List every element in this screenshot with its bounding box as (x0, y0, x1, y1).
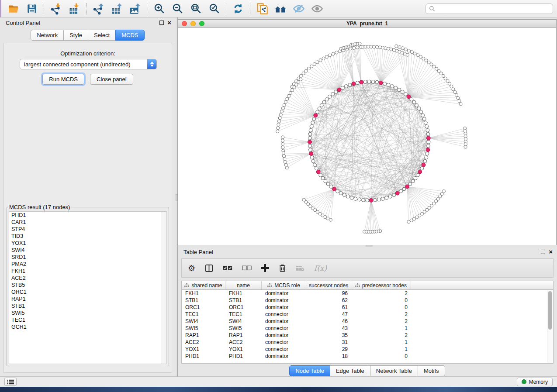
mcds-node-item[interactable]: ORC1 (9, 289, 166, 296)
cell-predecessor-nodes[interactable]: 0 (351, 353, 411, 360)
cell-predecessor-nodes[interactable]: 1 (351, 339, 411, 346)
close-panel-icon[interactable]: × (167, 21, 171, 25)
table-row[interactable]: YOX1YOX1connector291 (182, 346, 553, 353)
mcds-list-scrollbar[interactable] (161, 212, 166, 364)
cell-name[interactable]: STB1 (225, 297, 262, 304)
table-row[interactable]: SWI4SWI4dominator462 (182, 318, 553, 325)
network-titlebar[interactable]: YPA_prune.txt_1 (178, 20, 556, 28)
export-table-icon[interactable] (107, 2, 126, 16)
scrollbar-thumb[interactable] (548, 291, 552, 330)
cell-predecessor-nodes[interactable]: 2 (351, 332, 411, 339)
cell-mcds-role[interactable]: dominator (262, 332, 306, 339)
mcds-node-item[interactable]: PMA2 (9, 261, 166, 268)
close-window-icon[interactable] (182, 21, 187, 26)
column-header-shared-name[interactable]: shared name (182, 281, 225, 289)
cell-predecessor-nodes[interactable]: 1 (351, 325, 411, 332)
cell-predecessor-nodes[interactable]: 2 (351, 311, 411, 318)
cell-shared-name[interactable]: YOX1 (182, 346, 225, 353)
cell-mcds-role[interactable]: connector (262, 346, 306, 353)
cell-name[interactable]: FKH1 (225, 290, 262, 297)
memory-button[interactable]: Memory (517, 378, 553, 386)
mcds-node-item[interactable]: ACE2 (9, 275, 166, 282)
refresh-icon[interactable] (229, 2, 247, 16)
column-header-name[interactable]: name (225, 281, 262, 289)
cell-successor-nodes[interactable]: 61 (306, 304, 351, 311)
cell-shared-name[interactable]: ORC1 (182, 304, 225, 311)
table-row[interactable]: RAP1RAP1dominator352 (182, 332, 553, 339)
mcds-node-item[interactable]: STB1 (9, 303, 166, 309)
cell-mcds-role[interactable]: dominator (262, 353, 306, 360)
mcds-node-item[interactable]: RAP1 (9, 296, 166, 303)
control-tab-style[interactable]: Style (63, 30, 88, 41)
control-tab-select[interactable]: Select (88, 30, 116, 41)
zoom-out-icon[interactable] (168, 2, 187, 16)
cell-mcds-role[interactable]: connector (262, 311, 306, 318)
mcds-node-item[interactable]: YOX1 (9, 240, 166, 247)
cell-name[interactable]: ACE2 (225, 339, 262, 346)
table-tab-motifs[interactable]: Motifs (418, 365, 445, 376)
show-all-icon[interactable] (308, 2, 326, 16)
table-row[interactable]: TEC1TEC1connector472 (182, 311, 553, 318)
select-all-columns-icon[interactable] (223, 265, 232, 271)
table-row[interactable]: PHD1PHD1dominator180 (182, 353, 553, 360)
cell-mcds-role[interactable]: connector (262, 325, 306, 332)
splitter-handle[interactable] (176, 194, 177, 201)
column-header-MCDS-role[interactable]: MCDS role (262, 281, 306, 289)
cell-name[interactable]: SWI4 (225, 318, 262, 325)
table-vertical-scrollbar[interactable] (547, 290, 553, 363)
zoom-in-icon[interactable] (150, 2, 168, 16)
open-file-icon[interactable] (4, 2, 23, 16)
cell-successor-nodes[interactable]: 43 (306, 325, 351, 332)
delete-column-trash-icon[interactable] (279, 264, 286, 272)
cell-successor-nodes[interactable]: 29 (306, 346, 351, 353)
duplicate-network-icon[interactable] (253, 2, 271, 16)
export-network-icon[interactable] (89, 2, 107, 16)
search-input[interactable] (426, 3, 553, 14)
import-network-icon[interactable] (47, 2, 65, 16)
cell-shared-name[interactable]: FKH1 (182, 290, 225, 297)
zoom-selected-icon[interactable] (205, 2, 223, 16)
table-options-gear-icon[interactable]: ⚙ (188, 264, 195, 272)
cell-successor-nodes[interactable]: 46 (306, 318, 351, 325)
cell-shared-name[interactable]: PHD1 (182, 353, 225, 360)
cell-successor-nodes[interactable]: 47 (306, 311, 351, 318)
cell-name[interactable]: YOX1 (225, 346, 262, 353)
cell-name[interactable]: ORC1 (225, 304, 262, 311)
first-neighbors-icon[interactable] (271, 2, 290, 16)
hide-selected-icon[interactable] (290, 2, 308, 16)
mcds-node-item[interactable]: STB5 (9, 282, 166, 289)
cell-shared-name[interactable]: TEC1 (182, 311, 225, 318)
minimize-window-icon[interactable] (190, 21, 196, 26)
cell-name[interactable]: TEC1 (225, 311, 262, 318)
cell-successor-nodes[interactable]: 62 (306, 297, 351, 304)
table-row[interactable]: ACE2ACE2connector311 (182, 339, 553, 346)
control-tab-network[interactable]: Network (31, 30, 64, 41)
unselect-all-columns-icon[interactable] (242, 265, 252, 271)
table-row[interactable]: SWI5SWI5connector431 (182, 325, 553, 332)
task-history-list-icon[interactable] (4, 378, 17, 386)
mcds-node-item[interactable]: CAR1 (9, 219, 166, 226)
mcds-node-item[interactable]: TID3 (9, 233, 166, 240)
mcds-node-item[interactable]: PHD1 (9, 212, 166, 219)
cell-name[interactable]: SWI5 (225, 325, 262, 332)
float-panel-icon[interactable] (159, 21, 164, 25)
cell-shared-name[interactable]: RAP1 (182, 332, 225, 339)
maximize-window-icon[interactable] (199, 21, 204, 26)
cell-predecessor-nodes[interactable]: 1 (351, 346, 411, 353)
mcds-node-item[interactable]: SWI4 (9, 247, 166, 254)
cell-predecessor-nodes[interactable]: 0 (351, 297, 411, 304)
table-row[interactable]: FKH1FKH1dominator962 (182, 290, 553, 297)
create-column-plus-icon[interactable] (261, 264, 269, 272)
cell-mcds-role[interactable]: connector (262, 339, 306, 346)
cell-shared-name[interactable]: ACE2 (182, 339, 225, 346)
close-panel-icon[interactable]: × (549, 250, 553, 254)
mcds-node-item[interactable]: FKH1 (9, 268, 166, 275)
export-image-icon[interactable] (126, 2, 144, 16)
cell-predecessor-nodes[interactable]: 2 (351, 290, 411, 297)
run-mcds-button[interactable]: Run MCDS (42, 74, 84, 85)
mcds-node-item[interactable]: TEC1 (9, 316, 166, 323)
cell-mcds-role[interactable]: dominator (262, 297, 306, 304)
save-session-icon[interactable] (23, 2, 41, 16)
cell-predecessor-nodes[interactable]: 0 (351, 304, 411, 311)
mcds-node-item[interactable]: SWI5 (9, 309, 166, 316)
